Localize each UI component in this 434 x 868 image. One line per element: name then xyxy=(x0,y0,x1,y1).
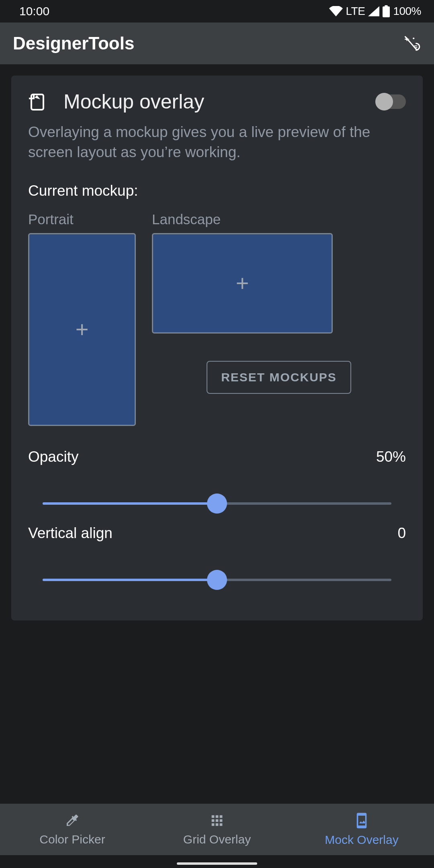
eyedropper-icon xyxy=(64,813,80,829)
svg-rect-1 xyxy=(385,5,388,7)
mockup-icon xyxy=(28,92,47,111)
landscape-column: Landscape + RESET MOCKUPS xyxy=(152,211,406,426)
current-mockup-label: Current mockup: xyxy=(28,182,406,199)
nav-mock-overlay[interactable]: Mock Overlay xyxy=(289,804,434,855)
nav-label: Mock Overlay xyxy=(325,833,398,847)
portrait-column: Portrait + xyxy=(28,211,136,426)
status-time: 10:00 xyxy=(19,4,49,18)
nav-label: Grid Overlay xyxy=(183,833,251,846)
valign-value: 0 xyxy=(397,525,406,542)
plus-icon: + xyxy=(76,316,89,342)
slider-fill xyxy=(43,502,217,505)
opacity-value: 50% xyxy=(376,448,406,465)
network-type: LTE xyxy=(346,5,365,18)
svg-point-2 xyxy=(413,37,414,39)
card-description: Overlaying a mockup gives you a live pre… xyxy=(28,122,406,162)
plus-icon: + xyxy=(236,270,249,296)
svg-rect-0 xyxy=(383,6,390,17)
opacity-section: Opacity 50% xyxy=(28,448,406,505)
app-title: DesignerTools xyxy=(13,33,134,53)
mockup-row: Portrait + Landscape + RESET MOCKUPS xyxy=(28,211,406,426)
toggle-thumb xyxy=(375,93,393,111)
nav-label: Color Picker xyxy=(39,833,105,846)
mockup-overlay-card: Mockup overlay Overlaying a mockup gives… xyxy=(11,76,423,620)
bottom-nav: Color Picker Grid Overlay Mock Overlay xyxy=(0,804,434,855)
valign-row: Vertical align 0 xyxy=(28,525,406,542)
status-bar: 10:00 LTE 100% xyxy=(0,0,434,23)
wifi-icon xyxy=(329,6,343,16)
status-indicators: LTE 100% xyxy=(329,5,421,18)
reset-mockups-button[interactable]: RESET MOCKUPS xyxy=(207,361,351,394)
nav-color-picker[interactable]: Color Picker xyxy=(0,804,145,855)
nav-grid-overlay[interactable]: Grid Overlay xyxy=(145,804,289,855)
battery-icon xyxy=(383,5,390,17)
valign-slider[interactable] xyxy=(43,579,391,581)
mockup-overlay-toggle[interactable] xyxy=(377,94,406,109)
device-image-icon xyxy=(353,812,370,829)
valign-section: Vertical align 0 xyxy=(28,525,406,581)
valign-label: Vertical align xyxy=(28,525,113,542)
slider-thumb xyxy=(207,493,227,514)
opacity-label: Opacity xyxy=(28,448,78,465)
card-header: Mockup overlay xyxy=(28,90,406,113)
landscape-mockup-add[interactable]: + xyxy=(152,233,333,334)
magic-wand-icon xyxy=(401,33,421,53)
landscape-label: Landscape xyxy=(152,211,221,227)
opacity-row: Opacity 50% xyxy=(28,448,406,465)
signal-icon xyxy=(368,6,379,16)
content-area: Mockup overlay Overlaying a mockup gives… xyxy=(0,64,434,620)
portrait-label: Portrait xyxy=(28,211,136,227)
grid-icon xyxy=(209,813,225,829)
theme-toggle-button[interactable] xyxy=(401,33,421,53)
app-bar: DesignerTools xyxy=(0,23,434,64)
slider-fill xyxy=(43,579,217,581)
gesture-handle[interactable] xyxy=(177,862,257,865)
portrait-mockup-add[interactable]: + xyxy=(28,233,136,426)
battery-percent: 100% xyxy=(393,5,421,18)
slider-thumb xyxy=(207,570,227,590)
opacity-slider[interactable] xyxy=(43,502,391,505)
card-title: Mockup overlay xyxy=(63,90,361,113)
